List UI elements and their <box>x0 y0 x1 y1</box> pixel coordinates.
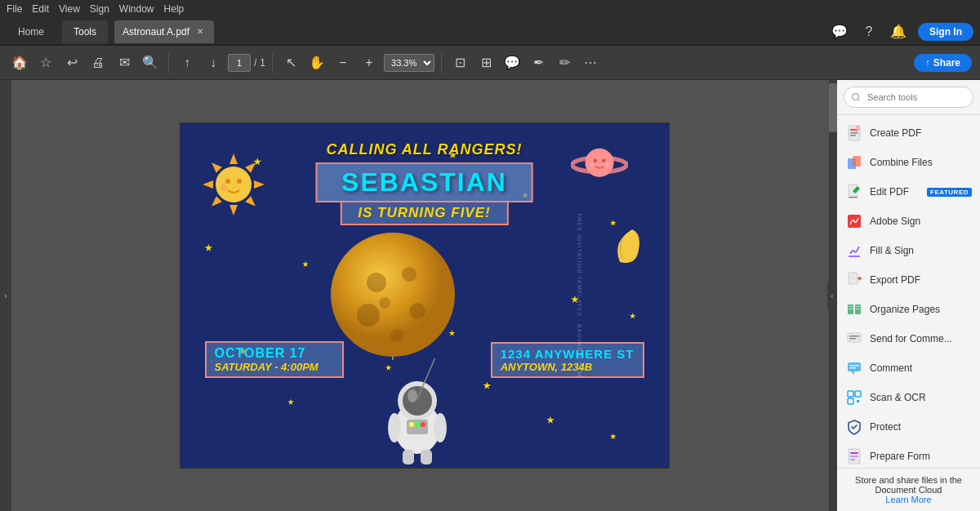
svg-rect-41 <box>850 132 858 134</box>
comment-icon[interactable]: 💬 <box>830 22 849 42</box>
svg-point-14 <box>593 158 596 162</box>
pen-tool-icon[interactable]: ✒ <box>527 51 550 74</box>
undo-icon[interactable]: ↩ <box>60 51 83 74</box>
svg-point-22 <box>409 303 425 319</box>
crop-icon[interactable]: ⊡ <box>448 51 471 74</box>
cursor-tool-icon[interactable]: ↖ <box>279 51 302 74</box>
create-pdf-icon <box>845 124 863 142</box>
svg-rect-66 <box>855 391 861 397</box>
comment-tool-icon <box>845 359 863 377</box>
pdf-date-text1: OCTOBER 17 <box>215 346 334 361</box>
sign-in-button[interactable]: Sign In <box>918 23 973 41</box>
menu-help[interactable]: Help <box>164 3 185 15</box>
zoom-dropdown[interactable]: 33.3% 50% 75% 100% 150% <box>384 54 434 72</box>
zoom-out-icon[interactable]: − <box>332 51 354 74</box>
print-icon[interactable]: 🖨 <box>87 51 109 74</box>
main-area: › <box>0 80 980 511</box>
toolbar: 🏠 ☆ ↩ 🖨 ✉ 🔍 ↑ ↓ 1 / 1 ↖ ✋ − + 33.3% 50% … <box>0 46 980 80</box>
svg-rect-47 <box>849 197 858 198</box>
svg-rect-68 <box>857 400 859 402</box>
svg-rect-57 <box>848 333 861 342</box>
search-tools-input[interactable] <box>844 87 973 108</box>
pdf-turning-text: IS TURNING FIVE! <box>358 205 490 221</box>
svg-marker-0 <box>229 153 238 164</box>
notification-icon[interactable]: 🔔 <box>889 22 908 42</box>
left-panel-collapse[interactable]: › <box>0 80 11 511</box>
prev-page-icon[interactable]: ↑ <box>176 51 198 74</box>
fill-sign-icon <box>845 242 863 260</box>
toolbar-separator-3 <box>441 53 442 73</box>
combine-files-icon <box>845 153 863 171</box>
right-panel-collapse-button[interactable]: ‹ <box>827 281 837 310</box>
search-tools-container <box>837 80 980 115</box>
select-icon[interactable]: ⊞ <box>474 51 497 74</box>
menu-file[interactable]: File <box>7 3 22 15</box>
tab-doc[interactable]: Astronaut A.pdf ✕ <box>114 20 214 43</box>
menu-edit[interactable]: Edit <box>32 3 49 15</box>
tool-protect[interactable]: Protect <box>837 412 980 442</box>
email-icon[interactable]: ✉ <box>113 51 136 74</box>
svg-point-19 <box>367 273 386 292</box>
astronaut-graphic <box>376 358 458 468</box>
svg-rect-72 <box>850 459 855 460</box>
svg-point-30 <box>388 413 401 442</box>
protect-icon <box>845 418 863 436</box>
svg-rect-33 <box>421 450 432 464</box>
menu-view[interactable]: View <box>59 3 80 15</box>
bookmark-icon[interactable]: ☆ <box>34 51 57 74</box>
next-page-icon[interactable]: ↓ <box>202 51 225 74</box>
svg-point-11 <box>220 184 227 191</box>
menu-window[interactable]: Window <box>119 3 154 15</box>
adobe-sign-icon <box>845 212 863 230</box>
scan-ocr-label: Scan & OCR <box>870 392 972 403</box>
svg-marker-3 <box>245 196 258 209</box>
tool-send-comment[interactable]: Send for Comme... <box>837 324 980 353</box>
zoom-in-icon[interactable]: + <box>358 51 381 74</box>
scrollbar-thumb[interactable] <box>829 83 837 132</box>
tool-prepare-form[interactable]: Prepare Form <box>837 442 980 468</box>
hand-tool-icon[interactable]: ✋ <box>305 51 328 74</box>
svg-point-35 <box>409 422 414 427</box>
tool-scan-ocr[interactable]: Scan & OCR <box>837 383 980 412</box>
help-icon[interactable]: ? <box>859 22 879 42</box>
tool-export-pdf[interactable]: Export PDF <box>837 265 980 295</box>
home-toolbar-icon[interactable]: 🏠 <box>8 51 31 74</box>
bottom-text: Store and share files in the Document Cl… <box>845 475 972 495</box>
svg-rect-55 <box>849 309 853 309</box>
tool-fill-sign[interactable]: Fill & Sign <box>837 236 980 265</box>
svg-point-29 <box>408 389 417 402</box>
svg-point-24 <box>379 297 390 309</box>
tool-comment[interactable]: Comment <box>837 353 980 383</box>
pdf-location-text2: ANYTOWN, 1234B <box>501 361 635 373</box>
tab-close-button[interactable]: ✕ <box>194 26 206 38</box>
planet-graphic <box>571 144 628 184</box>
draw-icon[interactable]: ✏ <box>553 51 576 74</box>
share-button[interactable]: ↑ Share <box>914 54 972 72</box>
pdf-canvas-area[interactable]: CALLING ALL RANGERS! SEBASTIAN IS TURNIN… <box>11 80 837 511</box>
find-icon[interactable]: 🔍 <box>139 51 162 74</box>
svg-point-9 <box>225 179 230 184</box>
tool-edit-pdf[interactable]: Edit PDF FEATURED <box>837 177 980 207</box>
svg-rect-56 <box>856 309 860 309</box>
tool-create-pdf[interactable]: Create PDF <box>837 118 980 148</box>
svg-rect-67 <box>848 398 853 404</box>
tools-list: Create PDF Combine Files <box>837 115 980 468</box>
comment-toolbar-icon[interactable]: 💬 <box>501 51 523 74</box>
svg-marker-5 <box>208 196 221 209</box>
comment-label: Comment <box>870 362 972 374</box>
pdf-location-text1: 1234 ANYWHERE ST <box>501 347 635 361</box>
learn-more-link[interactable]: Learn More <box>885 495 931 504</box>
tab-home[interactable]: Home <box>7 20 56 43</box>
send-comment-icon <box>845 330 863 348</box>
bottom-panel: Store and share files in the Document Cl… <box>837 468 980 511</box>
tab-tools[interactable]: Tools <box>62 20 108 43</box>
menu-sign[interactable]: Sign <box>90 3 109 15</box>
svg-point-28 <box>403 386 432 415</box>
tool-adobe-sign[interactable]: Adobe Sign <box>837 207 980 236</box>
edit-pdf-icon <box>845 183 863 201</box>
tool-organize-pages[interactable]: Organize Pages <box>837 295 980 324</box>
more-icon[interactable]: ⋯ <box>579 51 602 74</box>
tool-combine-files[interactable]: Combine Files <box>837 148 980 177</box>
page-number-input[interactable]: 1 <box>228 54 251 72</box>
pdf-calling-text: CALLING ALL RANGERS! <box>327 141 523 158</box>
